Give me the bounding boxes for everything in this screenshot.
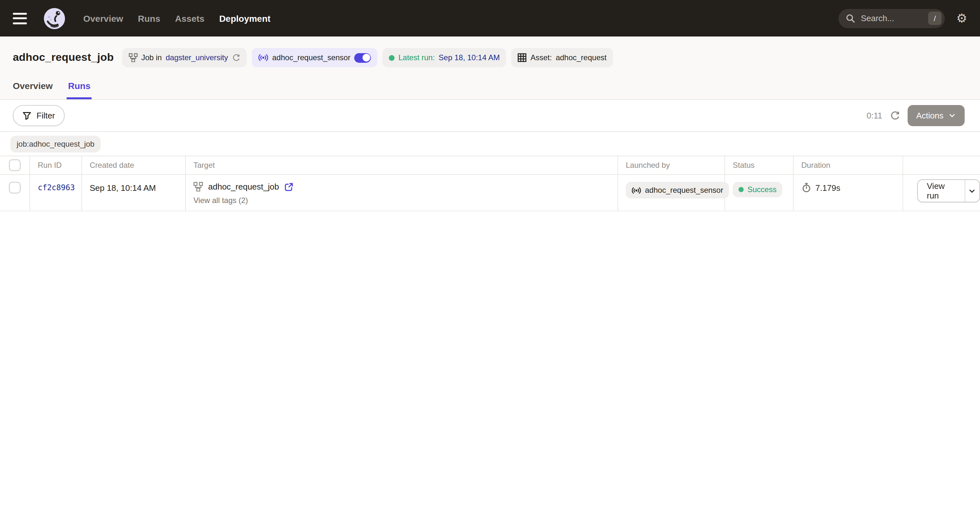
filter-button-label: Filter (37, 111, 55, 120)
col-status: Status (725, 156, 794, 174)
latest-run-badge: Latest run: Sep 18, 10:14 AM (382, 48, 506, 67)
app-viewport: Overview Runs Assets Deployment / ⚙ adho… (0, 0, 980, 520)
toolbar-right: 0:11 Actions (867, 105, 965, 126)
run-id-link[interactable]: cf2c8963 (38, 183, 75, 192)
launched-by-label: adhoc_request_sensor (645, 186, 723, 195)
asset-grid-icon (517, 53, 527, 62)
job-graph-icon (129, 53, 137, 62)
job-badge: Job in dagster_university (122, 48, 247, 67)
col-created-date: Created date (82, 156, 186, 174)
status-badge: Success (733, 182, 783, 197)
filter-tag[interactable]: job:adhoc_request_job (10, 135, 101, 152)
table-row: cf2c8963 Sep 18, 10:14 AM adhoc_request_… (0, 175, 980, 211)
hamburger-menu-icon[interactable] (13, 13, 27, 24)
actions-button-label: Actions (916, 111, 943, 120)
nav-item-runs[interactable]: Runs (135, 9, 163, 27)
view-run-button[interactable]: View run (918, 180, 965, 202)
row-checkbox[interactable] (9, 182, 21, 193)
target-job-name: adhoc_request_job (208, 182, 279, 191)
nav-links: Overview Runs Assets Deployment (81, 9, 273, 27)
col-target: Target (186, 156, 618, 174)
asset-badge[interactable]: Asset: adhoc_request (511, 48, 613, 67)
header-badges: Job in dagster_university adhoc_request_… (122, 48, 613, 67)
code-location-link[interactable]: dagster_university (165, 53, 228, 62)
view-all-tags-link[interactable]: View all tags (2) (193, 196, 248, 205)
actions-button[interactable]: Actions (908, 105, 965, 126)
reload-icon[interactable] (232, 54, 240, 62)
nav-item-deployment[interactable]: Deployment (216, 9, 273, 27)
search-icon (845, 13, 855, 23)
filter-button[interactable]: Filter (13, 105, 65, 126)
external-link-icon[interactable] (284, 182, 293, 191)
sensor-icon (632, 185, 641, 195)
asset-badge-label: Asset: (530, 53, 552, 62)
job-graph-icon (193, 182, 203, 191)
select-all-checkbox[interactable] (9, 159, 21, 171)
dagster-logo[interactable] (43, 7, 65, 29)
status-label: Success (748, 185, 776, 194)
top-nav: Overview Runs Assets Deployment / ⚙ (0, 0, 980, 37)
sensor-icon (258, 52, 268, 63)
page-title: adhoc_request_job (13, 51, 114, 64)
col-duration: Duration (794, 156, 903, 174)
latest-run-label: Latest run: (398, 53, 434, 62)
created-date: Sep 18, 10:14 AM (90, 183, 156, 193)
nav-item-overview[interactable]: Overview (81, 9, 126, 27)
view-run-split-button: View run (917, 179, 980, 202)
col-launched-by: Launched by (618, 156, 725, 174)
funnel-icon (22, 111, 31, 120)
search-box[interactable]: / (838, 9, 945, 28)
tabs: Overview Runs (13, 81, 91, 99)
success-dot-icon (389, 55, 395, 60)
tab-overview[interactable]: Overview (13, 81, 53, 99)
sensor-badge-label: adhoc_request_sensor (272, 53, 350, 62)
search-input[interactable] (859, 13, 924, 24)
title-row: adhoc_request_job Job in dagster_univers… (13, 37, 967, 67)
tab-runs[interactable]: Runs (68, 81, 91, 99)
nav-item-assets[interactable]: Assets (173, 9, 207, 27)
search-shortcut-key: / (928, 11, 942, 25)
job-badge-prefix: Job in (141, 53, 162, 62)
refresh-icon[interactable] (890, 110, 900, 121)
duration-value: 7.179s (815, 183, 840, 192)
sensor-badge: adhoc_request_sensor (252, 48, 377, 67)
refresh-countdown: 0:11 (867, 111, 882, 120)
launched-by-pill[interactable]: adhoc_request_sensor (626, 182, 729, 199)
chevron-down-icon (948, 111, 956, 120)
col-run-id: Run ID (30, 156, 82, 174)
filter-tag-row: job:adhoc_request_job (0, 132, 980, 156)
latest-run-link[interactable]: Sep 18, 10:14 AM (439, 53, 500, 62)
page-header: adhoc_request_job Job in dagster_univers… (0, 37, 980, 100)
asset-badge-value: adhoc_request (556, 53, 606, 62)
view-run-caret[interactable] (965, 180, 979, 202)
sensor-toggle[interactable] (354, 53, 371, 62)
stopwatch-icon (801, 183, 811, 193)
settings-gear-icon[interactable]: ⚙ (956, 12, 967, 24)
table-header: Run ID Created date Target Launched by S… (0, 156, 980, 175)
status-dot-icon (738, 187, 744, 192)
runs-toolbar: Filter 0:11 Actions (0, 100, 980, 132)
